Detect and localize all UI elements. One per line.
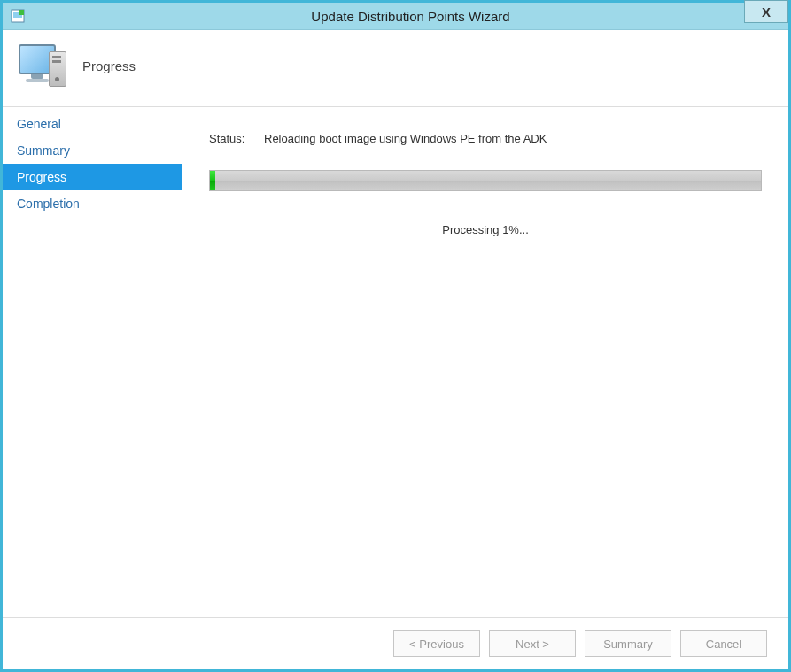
sidebar-item-general[interactable]: General: [3, 111, 182, 137]
wizard-sidebar: General Summary Progress Completion: [3, 107, 182, 617]
close-button[interactable]: X: [744, 0, 788, 23]
status-text: Reloading boot image using Windows PE fr…: [264, 132, 547, 145]
status-label: Status:: [209, 132, 264, 145]
computer-icon: [19, 42, 70, 89]
wizard-content: Status: Reloading boot image using Windo…: [182, 107, 788, 617]
wizard-body: Progress General Summary Progress Comple…: [3, 30, 788, 669]
title-bar: Update Distribution Points Wizard X: [3, 3, 788, 30]
app-icon: [10, 8, 26, 24]
page-title: Progress: [82, 58, 136, 73]
window-title: Update Distribution Points Wizard: [33, 9, 788, 24]
status-row: Status: Reloading boot image using Windo…: [209, 132, 762, 145]
sidebar-item-summary[interactable]: Summary: [3, 137, 182, 164]
close-icon: X: [762, 4, 771, 19]
wizard-header: Progress: [3, 30, 788, 106]
progress-fill: [210, 171, 215, 190]
svg-rect-2: [19, 10, 24, 15]
sidebar-item-progress[interactable]: Progress: [3, 164, 182, 190]
wizard-window: Update Distribution Points Wizard X Prog…: [0, 0, 791, 672]
cancel-button[interactable]: Cancel: [680, 630, 767, 657]
sidebar-item-completion[interactable]: Completion: [3, 190, 182, 217]
split-pane: General Summary Progress Completion Stat…: [3, 106, 788, 617]
previous-button[interactable]: < Previous: [393, 630, 480, 657]
next-button[interactable]: Next >: [489, 630, 576, 657]
processing-text: Processing 1%...: [209, 223, 762, 236]
progress-bar: [209, 170, 762, 191]
summary-button[interactable]: Summary: [585, 630, 671, 657]
wizard-footer: < Previous Next > Summary Cancel: [3, 617, 788, 669]
